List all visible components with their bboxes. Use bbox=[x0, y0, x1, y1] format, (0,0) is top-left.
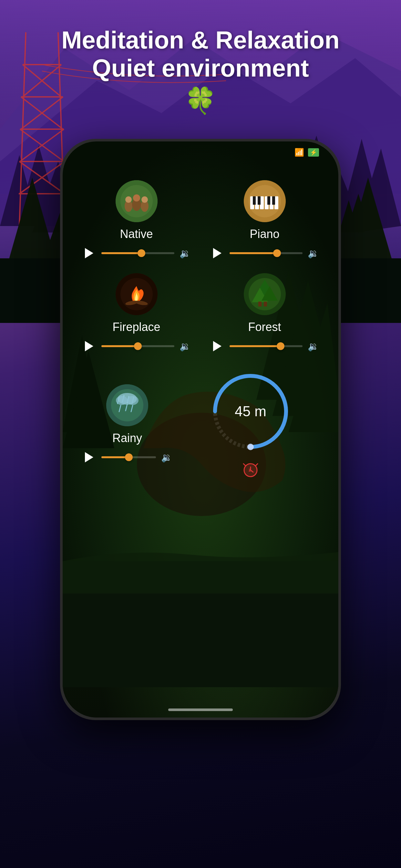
forest-volume-icon: 🔉 bbox=[308, 341, 319, 352]
native-slider-fill bbox=[101, 252, 142, 254]
svg-text:z: z bbox=[249, 467, 251, 472]
native-volume-icon: 🔉 bbox=[180, 248, 191, 259]
header: Meditation & Relaxation Quiet environmen… bbox=[0, 26, 401, 116]
svg-rect-56 bbox=[253, 196, 256, 205]
svg-rect-69 bbox=[258, 302, 261, 306]
svg-rect-70 bbox=[264, 302, 267, 306]
forest-play-icon bbox=[213, 341, 221, 351]
rainy-slider[interactable] bbox=[101, 456, 156, 458]
fireplace-controls: 🔉 bbox=[82, 339, 191, 353]
phone-screen: 📶 ⚡ bbox=[63, 142, 338, 717]
piano-slider-thumb bbox=[273, 249, 281, 257]
forest-label: Forest bbox=[248, 320, 281, 334]
rainy-volume-icon: 🔉 bbox=[161, 452, 173, 463]
rainy-play-button[interactable] bbox=[82, 450, 96, 464]
svg-point-82 bbox=[127, 396, 138, 405]
fireplace-slider[interactable] bbox=[101, 345, 174, 347]
phone-frame: 📶 ⚡ bbox=[60, 139, 341, 720]
home-indicator bbox=[168, 709, 233, 711]
wifi-icon: 📶 bbox=[295, 148, 304, 157]
status-bar: 📶 ⚡ bbox=[295, 148, 319, 157]
fireplace-label: Fireplace bbox=[112, 320, 160, 334]
sound-item-rainy: Rainy 🔉 bbox=[82, 384, 173, 464]
svg-rect-59 bbox=[272, 196, 275, 205]
rainy-slider-thumb bbox=[125, 454, 133, 461]
piano-label: Piano bbox=[250, 227, 279, 241]
piano-slider-fill bbox=[229, 252, 277, 254]
phone-mockup: 📶 ⚡ bbox=[60, 139, 341, 720]
svg-line-90 bbox=[243, 464, 245, 466]
rainy-slider-fill bbox=[101, 456, 129, 458]
timer-circle[interactable]: 45 m bbox=[209, 369, 292, 454]
sound-item-piano: Piano 🔉 bbox=[210, 180, 319, 260]
svg-point-81 bbox=[116, 396, 127, 405]
forest-slider-thumb bbox=[277, 342, 284, 350]
svg-point-47 bbox=[142, 196, 148, 203]
sound-item-native: Native 🔉 bbox=[82, 180, 191, 260]
fireplace-slider-fill bbox=[101, 345, 138, 347]
piano-play-icon bbox=[213, 248, 221, 258]
svg-point-85 bbox=[247, 444, 254, 450]
alarm-button[interactable]: z bbox=[241, 460, 260, 479]
rainy-play-icon bbox=[85, 452, 93, 462]
native-controls: 🔉 bbox=[82, 246, 191, 260]
svg-point-45 bbox=[125, 196, 132, 203]
native-avatar bbox=[116, 180, 158, 222]
battery-icon: ⚡ bbox=[308, 148, 319, 157]
native-label: Native bbox=[120, 227, 153, 241]
svg-line-91 bbox=[256, 464, 258, 466]
native-slider[interactable] bbox=[101, 252, 174, 254]
forest-avatar bbox=[244, 273, 286, 315]
native-slider-thumb bbox=[137, 249, 145, 257]
forest-play-button[interactable] bbox=[210, 339, 224, 353]
piano-volume-icon: 🔉 bbox=[308, 248, 319, 259]
native-play-button[interactable] bbox=[82, 246, 96, 260]
app-title: Meditation & Relaxation Quiet environmen… bbox=[0, 26, 401, 82]
native-play-icon bbox=[85, 248, 93, 258]
sound-grid: Native 🔉 bbox=[82, 180, 319, 353]
forest-slider-fill bbox=[229, 345, 281, 347]
rainy-controls: 🔉 bbox=[82, 450, 173, 464]
svg-rect-57 bbox=[258, 196, 260, 205]
fireplace-play-icon bbox=[85, 341, 93, 351]
timer-value: 45 m bbox=[235, 403, 266, 420]
svg-point-46 bbox=[133, 194, 140, 202]
fireplace-play-button[interactable] bbox=[82, 339, 96, 353]
fireplace-avatar bbox=[116, 273, 158, 315]
fireplace-slider-thumb bbox=[134, 342, 142, 350]
forest-controls: 🔉 bbox=[210, 339, 319, 353]
header-emoji: 🍀 bbox=[0, 86, 401, 116]
piano-play-button[interactable] bbox=[210, 246, 224, 260]
sound-item-forest: Forest 🔉 bbox=[210, 273, 319, 353]
content-area: Native 🔉 bbox=[63, 167, 338, 479]
forest-slider[interactable] bbox=[229, 345, 303, 347]
bottom-row: Rainy 🔉 bbox=[82, 369, 319, 479]
fireplace-volume-icon: 🔉 bbox=[180, 341, 191, 352]
piano-slider[interactable] bbox=[229, 252, 303, 254]
timer-container[interactable]: 45 m bbox=[182, 369, 319, 479]
sound-item-fireplace: Fireplace 🔉 bbox=[82, 273, 191, 353]
piano-controls: 🔉 bbox=[210, 246, 319, 260]
svg-rect-58 bbox=[267, 196, 270, 205]
piano-avatar bbox=[244, 180, 286, 222]
rainy-label: Rainy bbox=[112, 431, 142, 445]
rainy-avatar bbox=[106, 384, 148, 426]
